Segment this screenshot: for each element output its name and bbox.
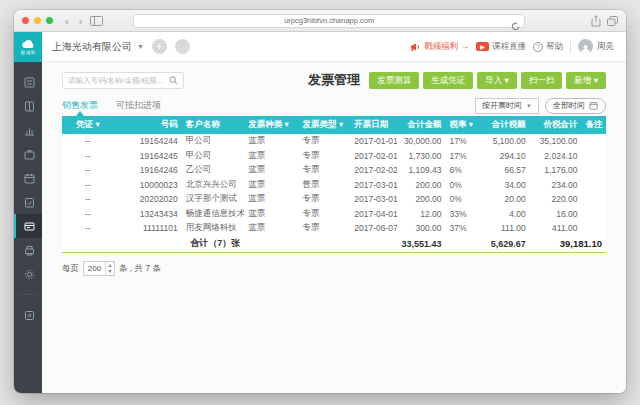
sort-label: 按开票时间 <box>482 100 522 111</box>
table-cell: 20202020 <box>114 192 182 207</box>
table-cell: 2017-06-07 <box>350 221 396 236</box>
table-header-row: 凭证 ▾号码客户名称发票种类 ▾发票类型 ▾开票日期合计金额税率 ▾合计税额价税… <box>62 116 606 134</box>
date-range-picker[interactable]: 全部时间 <box>545 98 606 114</box>
table-cell: -- <box>62 221 114 236</box>
table-cell: 蓝票 <box>244 134 298 149</box>
maximize-window-icon[interactable] <box>46 17 53 24</box>
app-box-icon <box>24 310 35 321</box>
table-row[interactable]: --20202020汉字那个测试蓝票专票2017-03-01200.000%20… <box>62 192 606 207</box>
megaphone-icon <box>410 42 421 52</box>
back-button[interactable]: ‹ <box>63 16 71 26</box>
invoice-table: 凭证 ▾号码客户名称发票种类 ▾发票类型 ▾开票日期合计金额税率 ▾合计税额价税… <box>62 116 606 253</box>
table-cell: -- <box>62 134 114 149</box>
sidebar-item-voucher[interactable] <box>14 70 42 94</box>
table-cell: 37% <box>445 221 472 236</box>
toolbar-buttons: 发票测算生成凭证导入 ▾扫一扫新增 ▾ <box>369 72 606 89</box>
invoice-icon <box>24 221 35 232</box>
scan-button[interactable]: 扫一扫 <box>521 72 563 89</box>
table-row[interactable]: --11111101用友网络科技蓝票专票2017-06-07300.0037%1… <box>62 221 606 236</box>
table-cell: 蓝票 <box>244 178 298 193</box>
table-cell: 30,000.00 <box>397 134 446 149</box>
search-input[interactable] <box>68 76 169 85</box>
table-cell: 2017-04-01 <box>350 207 396 222</box>
help-label: 帮助 <box>546 41 563 53</box>
table-body: --19164244甲公司蓝票专票2017-01-0130,000.0017%5… <box>62 134 606 236</box>
column-header[interactable]: 发票种类 ▾ <box>244 116 298 134</box>
sidebar-item-fund[interactable] <box>14 238 42 262</box>
tab-sales-invoices[interactable]: 销售发票 <box>62 95 98 116</box>
table-cell: 北京兴兴公司 <box>182 178 245 193</box>
table-cell: 411.00 <box>530 221 582 236</box>
search-box[interactable] <box>62 72 184 89</box>
table-cell: 10000023 <box>114 178 182 193</box>
sidebar-item-journal[interactable] <box>14 94 42 118</box>
invoice-estimate-button[interactable]: 发票测算 <box>369 72 419 89</box>
generate-voucher-button[interactable]: 生成凭证 <box>423 72 473 89</box>
sidebar-item-salary[interactable] <box>14 142 42 166</box>
table-row[interactable]: --19164244甲公司蓝票专票2017-01-0130,000.0017%5… <box>62 134 606 149</box>
table-cell: 2017-02-01 <box>350 149 396 164</box>
add-company-button[interactable]: + <box>152 39 167 54</box>
help-link[interactable]: ? 帮助 <box>533 41 563 53</box>
table-cell <box>581 149 606 164</box>
apps-grid-button[interactable]: ⋮⋮ <box>175 39 190 54</box>
add-button[interactable]: 新增 ▾ <box>566 72 606 89</box>
column-header[interactable]: 凭证 ▾ <box>62 116 114 134</box>
avatar <box>578 39 593 54</box>
live-course-link[interactable]: ▶ 课程直播 <box>476 41 526 53</box>
import-button[interactable]: 导入 ▾ <box>477 72 517 89</box>
table-cell: 蓝票 <box>244 149 298 164</box>
company-dropdown-icon[interactable]: ▼ <box>137 43 144 50</box>
column-header[interactable]: 税率 ▾ <box>445 116 472 134</box>
per-page-stepper[interactable]: 200 <box>83 261 115 276</box>
table-cell: 17% <box>445 134 472 149</box>
minimize-window-icon[interactable] <box>34 17 41 24</box>
column-header: 合计金额 <box>397 116 446 134</box>
search-icon[interactable] <box>169 76 178 85</box>
sidebar-item-invoice[interactable] <box>14 214 42 238</box>
table-cell: 111.00 <box>473 221 530 236</box>
url-bar[interactable]: urpcg3hibfvn.chanapp.com <box>133 14 525 28</box>
sidebar-item-reports[interactable] <box>14 118 42 142</box>
table-row[interactable]: --19164246乙公司蓝票专票2017-02-021,109.436%66.… <box>62 163 606 178</box>
table-cell: 汉字那个测试 <box>182 192 245 207</box>
journal-icon <box>24 101 35 112</box>
table-cell: 234.00 <box>530 178 582 193</box>
table-row[interactable]: --10000023北京兴兴公司蓝票普票2017-03-01200.000%34… <box>62 178 606 193</box>
sidebar-toggle-icon[interactable] <box>90 16 103 26</box>
table-row[interactable]: --13243434畅捷通信息技术...蓝票专票2017-04-0112.003… <box>62 207 606 222</box>
table-cell: -- <box>62 149 114 164</box>
tab-deductible-input[interactable]: 可抵扣进项 <box>116 95 161 116</box>
tabs-row: 销售发票 可抵扣进项 按开票时间 ▼ 全部时间 <box>62 95 606 116</box>
sidebar-item-assets[interactable] <box>14 166 42 190</box>
sidebar-item-checkout[interactable] <box>14 190 42 214</box>
column-header[interactable]: 发票类型 ▾ <box>299 116 351 134</box>
chart-icon <box>24 125 35 136</box>
sidebar-item-settings[interactable] <box>14 262 42 286</box>
company-name[interactable]: 上海光动有限公司 <box>52 40 132 54</box>
close-window-icon[interactable] <box>22 17 29 24</box>
table-cell: 11111101 <box>114 221 182 236</box>
table-cell: 用友网络科技 <box>182 221 245 236</box>
sidebar-item-more[interactable] <box>14 303 42 327</box>
column-header: 备注 <box>581 116 606 134</box>
table-cell: 1,109.43 <box>397 163 446 178</box>
summary-total: 39,181.10 <box>530 236 606 253</box>
printer-icon <box>24 245 35 256</box>
table-cell: 294.10 <box>473 149 530 164</box>
share-icon[interactable] <box>591 15 601 27</box>
tabs-overview-icon[interactable] <box>607 16 618 26</box>
reload-icon[interactable] <box>511 17 520 35</box>
promo-label: 戳领福利 → <box>424 41 469 53</box>
table-row[interactable]: --19164245甲公司蓝票专票2017-02-011,730.0017%29… <box>62 149 606 164</box>
table-cell: 2017-02-02 <box>350 163 396 178</box>
user-menu[interactable]: 周亮 <box>578 39 614 54</box>
stepper-arrows[interactable] <box>105 262 114 275</box>
forward-button[interactable]: › <box>77 16 85 26</box>
app-logo: 标准版 <box>14 32 42 62</box>
sort-by-date-dropdown[interactable]: 按开票时间 ▼ <box>475 98 539 114</box>
table-cell: -- <box>62 163 114 178</box>
table-cell: 乙公司 <box>182 163 245 178</box>
table-cell: 甲公司 <box>182 134 245 149</box>
promo-link[interactable]: 戳领福利 → <box>410 41 469 53</box>
